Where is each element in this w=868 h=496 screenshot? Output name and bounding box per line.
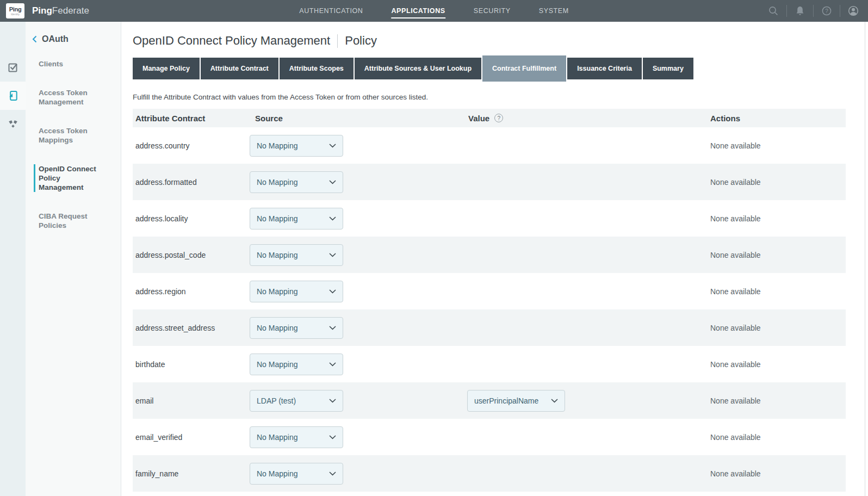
table-row: birthdate No Mapping None available (133, 346, 846, 382)
attribute-name: address.region (133, 287, 250, 296)
table-body: address.country No Mapping None availabl… (133, 127, 846, 492)
actions-text: None available (709, 324, 846, 332)
col-header-value: Value ? (467, 114, 709, 123)
attribute-name: address.country (133, 141, 250, 150)
attribute-name: address.locality (133, 214, 250, 223)
actions-text: None available (709, 141, 846, 150)
product-name: PingFederate (32, 5, 89, 16)
attribute-name: birthdate (133, 360, 250, 369)
source-select[interactable]: No Mapping (250, 317, 343, 339)
tab-bar: Manage PolicyAttribute ContractAttribute… (133, 55, 865, 82)
table-row: address.locality No Mapping None availab… (133, 200, 846, 237)
source-select[interactable]: No Mapping (250, 208, 343, 230)
actions-text: None available (709, 360, 846, 369)
chevron-down-icon (329, 253, 336, 257)
source-select[interactable]: No Mapping (250, 135, 343, 157)
chevron-down-icon (329, 289, 336, 294)
chevron-down-icon (329, 144, 336, 148)
source-select[interactable]: No Mapping (250, 171, 343, 193)
access-token-mappings-icon[interactable] (0, 110, 26, 138)
main-content: OpenID Connect Policy Management Policy … (121, 22, 865, 496)
tab-attribute-scopes[interactable]: Attribute Scopes (280, 58, 354, 79)
tab-summary[interactable]: Summary (643, 58, 693, 79)
search-icon[interactable] (763, 4, 784, 18)
col-header-actions: Actions (709, 114, 846, 123)
divider (840, 5, 840, 17)
top-navigation-bar: Ping Identity PingFederate AUTHENTICATIO… (0, 0, 868, 22)
actions-text: None available (709, 287, 846, 296)
actions-text: None available (709, 469, 846, 478)
chevron-down-icon (329, 399, 336, 403)
sidebar-item-openid-connect-policy-management[interactable]: OpenID Connect Policy Management (34, 164, 102, 192)
tab-manage-policy[interactable]: Manage Policy (133, 58, 200, 79)
source-select[interactable]: LDAP (test) (250, 390, 343, 412)
tab-issuance-criteria[interactable]: Issuance Criteria (567, 58, 642, 79)
nav-applications[interactable]: APPLICATIONS (391, 0, 445, 22)
divider (786, 5, 787, 17)
access-token-management-icon[interactable] (0, 82, 26, 110)
source-select[interactable]: No Mapping (250, 463, 343, 485)
chevron-down-icon (329, 435, 336, 439)
title-divider (337, 34, 338, 48)
logo-word: Ping (9, 7, 22, 13)
back-link-label: OAuth (42, 34, 69, 44)
brand-ping: Ping (32, 5, 52, 16)
tab-contract-fulfillment[interactable]: Contract Fulfillment (482, 55, 566, 82)
vertical-scrollbar[interactable] (865, 22, 868, 496)
table-row: email LDAP (test) userPrincipalName None… (133, 382, 846, 419)
tab-attribute-contract[interactable]: Attribute Contract (201, 58, 278, 79)
sidebar-item-clients[interactable]: Clients (39, 59, 107, 69)
ping-identity-logo[interactable]: Ping Identity (6, 3, 24, 18)
clients-icon[interactable] (0, 53, 26, 82)
nav-authentication[interactable]: AUTHENTICATION (299, 0, 363, 22)
table-header-row: Attribute Contract Source Value ? Action… (133, 109, 846, 127)
chevron-down-icon (329, 216, 336, 221)
table-row: address.region No Mapping None available (133, 273, 846, 309)
source-select[interactable]: No Mapping (250, 281, 343, 302)
actions-text: None available (709, 251, 846, 259)
table-row: email_verified No Mapping None available (133, 419, 846, 455)
help-icon[interactable]: ? (816, 4, 837, 18)
value-select[interactable]: userPrincipalName (467, 390, 565, 412)
chevron-left-icon (32, 35, 37, 43)
attribute-name: email (133, 396, 250, 405)
table-row: address.postal_code No Mapping None avai… (133, 237, 846, 273)
bell-icon[interactable] (790, 4, 810, 18)
attribute-name: family_name (133, 469, 250, 478)
source-select[interactable]: No Mapping (250, 354, 343, 375)
table-row: address.country No Mapping None availabl… (133, 127, 846, 164)
chevron-down-icon (329, 180, 336, 184)
icon-rail (0, 22, 26, 496)
page-title: OpenID Connect Policy Management Policy (133, 34, 865, 48)
nav-system[interactable]: SYSTEM (539, 0, 569, 22)
page-title-text: OpenID Connect Policy Management (133, 34, 330, 48)
sidebar-item-ciba-request-policies[interactable]: CIBA Request Policies (39, 212, 107, 230)
source-select[interactable]: No Mapping (250, 426, 343, 448)
attribute-name: address.street_address (133, 324, 250, 332)
sidebar-item-access-token-management[interactable]: Access Token Management (39, 88, 107, 107)
source-select[interactable]: No Mapping (250, 244, 343, 266)
rail-spacer (0, 22, 26, 53)
brand-federate: Federate (52, 5, 89, 16)
col-header-attribute-contract: Attribute Contract (133, 114, 250, 123)
page-description: Fulfill the Attribute Contract with valu… (133, 93, 865, 101)
sidebar: OAuth ClientsAccess Token ManagementAcce… (26, 22, 121, 496)
table-row: address.formatted No Mapping None availa… (133, 164, 846, 200)
sidebar-back-oauth[interactable]: OAuth (26, 34, 121, 45)
chevron-down-icon (329, 472, 336, 476)
attribute-name: address.formatted (133, 178, 250, 187)
svg-text:?: ? (825, 8, 828, 14)
logo-sub: Identity (11, 13, 20, 16)
attribute-name: address.postal_code (133, 251, 250, 259)
page-subtitle-text: Policy (345, 34, 377, 48)
nav-security[interactable]: SECURITY (474, 0, 511, 22)
sidebar-item-access-token-mappings[interactable]: Access Token Mappings (39, 126, 107, 145)
col-header-source: Source (250, 114, 467, 123)
tab-attribute-sources-user-lookup[interactable]: Attribute Sources & User Lookup (355, 58, 481, 79)
fulfillment-table: Attribute Contract Source Value ? Action… (133, 109, 846, 492)
table-row: address.street_address No Mapping None a… (133, 309, 846, 346)
value-help-icon[interactable]: ? (494, 114, 503, 122)
chevron-down-icon (329, 326, 336, 330)
sidebar-items: ClientsAccess Token ManagementAccess Tok… (26, 59, 121, 230)
account-icon[interactable] (843, 4, 864, 18)
